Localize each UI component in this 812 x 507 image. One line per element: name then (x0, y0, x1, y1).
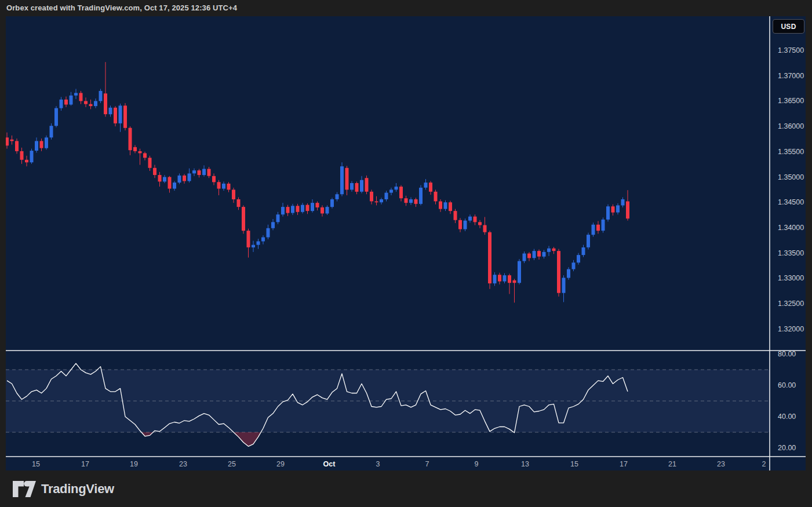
currency-button[interactable]: USD (773, 19, 804, 34)
candle (493, 272, 497, 286)
candle (316, 202, 319, 211)
svg-text:1.34000: 1.34000 (778, 224, 804, 232)
candle (330, 198, 334, 208)
candle (355, 181, 359, 194)
candle (247, 229, 250, 258)
candle (350, 181, 354, 192)
svg-text:1.35500: 1.35500 (778, 148, 804, 156)
candle (237, 198, 241, 210)
candle (6, 133, 9, 149)
candle (60, 97, 63, 111)
candle (444, 200, 447, 211)
svg-text:1.34500: 1.34500 (778, 198, 804, 206)
rsi-band (6, 370, 770, 432)
candle (252, 241, 255, 252)
candle (133, 145, 137, 153)
candle (281, 203, 285, 217)
candle (198, 169, 201, 178)
svg-text:20.00: 20.00 (778, 444, 796, 452)
candle (301, 203, 304, 213)
footer-bar: TradingView (0, 470, 812, 507)
candle (592, 223, 595, 236)
rsi-oversold-fill (141, 432, 515, 446)
candle (261, 235, 265, 245)
candle (370, 189, 373, 204)
chart-canvas[interactable]: 1.375001.370001.365001.360001.355001.350… (6, 16, 806, 470)
candle (572, 260, 576, 271)
candle (109, 105, 112, 116)
watermark-bar: Orbex created with TradingView.com, Oct … (0, 0, 812, 16)
candle (168, 176, 172, 193)
watermark-text: Orbex created with TradingView.com, Oct … (6, 3, 237, 12)
candle (582, 245, 585, 257)
candle (488, 231, 491, 289)
candle (340, 162, 344, 196)
candle (621, 198, 625, 207)
candle (173, 181, 176, 191)
candle (503, 273, 507, 283)
candle (395, 183, 398, 192)
candle (616, 203, 620, 214)
chart-container[interactable]: 1.375001.370001.365001.360001.355001.350… (6, 16, 806, 470)
price-axis-labels[interactable]: 1.375001.370001.365001.360001.355001.350… (778, 46, 804, 333)
candle (54, 106, 58, 127)
candle (336, 192, 339, 202)
svg-text:60.00: 60.00 (778, 381, 796, 389)
candle (119, 104, 122, 132)
candle (523, 251, 526, 263)
svg-text:17: 17 (620, 460, 628, 468)
candle (25, 156, 28, 166)
candle (513, 279, 516, 302)
svg-text:1.33500: 1.33500 (778, 249, 804, 257)
candle (414, 198, 418, 207)
candle (587, 233, 590, 250)
candle (30, 149, 34, 164)
candle (217, 180, 221, 195)
candle (611, 205, 615, 216)
svg-text:1.33000: 1.33000 (778, 274, 804, 282)
svg-text:1.37000: 1.37000 (778, 72, 804, 80)
candle (533, 249, 536, 260)
candle (375, 196, 378, 206)
candle (104, 62, 107, 116)
candle (296, 204, 300, 215)
time-axis-labels[interactable]: 151719232529Oct37913151721232 (32, 460, 766, 468)
svg-text:25: 25 (228, 460, 236, 468)
candle (45, 136, 48, 149)
svg-text:40.00: 40.00 (778, 413, 796, 421)
candle (232, 188, 235, 203)
svg-text:7: 7 (425, 460, 429, 468)
candle (454, 209, 457, 223)
svg-text:2: 2 (762, 460, 766, 468)
candle (567, 267, 570, 280)
candle (114, 106, 117, 126)
candle (257, 239, 260, 249)
svg-text:9: 9 (475, 460, 479, 468)
candle (527, 252, 531, 261)
svg-text:1.32000: 1.32000 (778, 325, 804, 333)
svg-text:1.36500: 1.36500 (778, 97, 804, 105)
candle (291, 204, 294, 215)
candle (429, 181, 432, 195)
indicator-axis-labels[interactable]: 80.0060.0040.0020.00 (778, 350, 796, 452)
svg-text:23: 23 (179, 460, 187, 468)
svg-text:1.35000: 1.35000 (778, 173, 804, 181)
candle (94, 99, 97, 108)
candle (188, 169, 191, 183)
tradingview-logo-icon (13, 481, 36, 497)
candle (557, 249, 560, 297)
svg-text:1.32500: 1.32500 (778, 300, 804, 308)
svg-text:Oct: Oct (323, 460, 336, 468)
candle (449, 201, 452, 214)
svg-text:19: 19 (130, 460, 138, 468)
candle (405, 196, 408, 206)
candle (562, 275, 566, 302)
svg-text:1.36000: 1.36000 (778, 122, 804, 130)
candle (89, 100, 93, 110)
tradingview-logo[interactable]: TradingView (13, 481, 114, 497)
candle (148, 156, 152, 171)
candle (192, 169, 196, 176)
candle (20, 148, 24, 164)
candle (409, 198, 413, 205)
svg-text:13: 13 (521, 460, 529, 468)
